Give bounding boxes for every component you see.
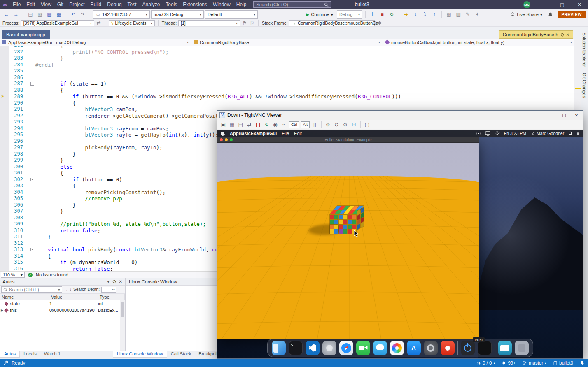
step-over-icon[interactable]: ⤵ [421, 10, 429, 19]
save-session-icon[interactable]: ▦ [228, 121, 236, 128]
new-connection-icon[interactable]: ▣ [219, 121, 227, 128]
configuration-combo[interactable]: macOS Debug ▾ [151, 10, 204, 19]
zoom-fit-icon[interactable]: ⊡ [350, 121, 358, 128]
open-file-icon[interactable]: ▧ [36, 10, 44, 19]
maximize-button[interactable]: ▢ [553, 0, 571, 9]
ctrl-key-button[interactable]: Ctrl [289, 121, 299, 128]
column-name[interactable]: Name [0, 294, 49, 300]
sidebar-tab-solution-explorer[interactable]: Solution Explorer [582, 33, 587, 67]
dock-icon-system-preferences[interactable] [424, 341, 438, 355]
send-key-icon[interactable]: ⌁ [280, 121, 288, 128]
git-branch-status[interactable]: master ▴ [523, 360, 546, 365]
debug-target-combo[interactable]: Debug ▾ [337, 10, 362, 19]
control-center-icon[interactable]: ≡ [577, 131, 579, 136]
connection-info-icon[interactable]: ◉ [271, 121, 279, 128]
live-share-button[interactable]: Live Share ▾ [510, 12, 542, 17]
breakpoint-margin[interactable] [0, 106, 9, 113]
search-down-icon[interactable]: ↓ [70, 287, 72, 292]
breakpoint-margin[interactable] [0, 253, 9, 260]
spinner-icons[interactable]: ▴▾ [112, 288, 115, 291]
column-type[interactable]: Type [98, 294, 125, 300]
vnc-title-bar[interactable]: V Down - TightVNC Viewer — ▢ ✕ [217, 111, 583, 120]
flag-outline-icon[interactable]: ⚐ [249, 19, 255, 27]
restart-icon[interactable]: ↻ [387, 10, 396, 19]
preview-badge[interactable]: PREVIEW [558, 11, 586, 18]
gear-icon[interactable]: ✱ [376, 19, 382, 27]
menu-git[interactable]: Git [54, 0, 66, 9]
refresh-icon[interactable]: ↻ [263, 121, 271, 128]
connection-options-icon[interactable]: ▤ [237, 121, 245, 128]
navigate-forward-icon[interactable]: → [12, 10, 20, 19]
breakpoint-margin[interactable] [0, 240, 9, 247]
stack-frame-combo[interactable]: → CommonRigidBodyBase::mouseButtonCa ▾ [289, 20, 375, 26]
breakpoint-margin[interactable] [0, 228, 9, 234]
breakpoint-margin[interactable] [0, 144, 9, 151]
breakpoint-margin[interactable] [0, 246, 9, 253]
menu-test[interactable]: Test [125, 0, 140, 9]
visual-studio-logo-icon[interactable]: ∞ [1, 2, 9, 8]
find-in-files-icon[interactable]: ▨ [445, 10, 453, 19]
file-transfer-icon[interactable]: ⇄ [245, 121, 253, 128]
bullet-example-window[interactable]: Bullet Standalone Example [217, 137, 479, 339]
pin-icon[interactable] [112, 280, 116, 284]
breakpoint-margin[interactable] [0, 202, 9, 209]
dock-icon-app-store[interactable] [407, 341, 421, 355]
process-combo[interactable]: [3978] AppBasicExampleGui ▾ [21, 20, 94, 26]
dock-icon-power-app[interactable] [461, 341, 475, 355]
issues-label[interactable]: No issues found [36, 272, 68, 277]
step-out-icon[interactable]: ↑ [430, 10, 439, 19]
search-forward-icon[interactable]: → [64, 287, 68, 292]
menu-analyze[interactable]: Analyze [140, 0, 163, 9]
breakpoint-margin[interactable] [0, 49, 9, 56]
clipboard-icon[interactable]: ▯ [311, 121, 319, 128]
vnc-maximize-button[interactable]: ▢ [558, 111, 570, 120]
continue-button[interactable]: ▶ Continue ▾ [303, 10, 336, 19]
apple-menu-icon[interactable] [221, 131, 225, 136]
autos-search-input[interactable]: Search (Ctrl+E) ▾ [1, 286, 62, 293]
menu-edit[interactable]: Edit [23, 0, 38, 9]
navigate-back-icon[interactable]: ← [2, 10, 11, 19]
close-button[interactable]: ✕ [571, 0, 588, 9]
pause-icon[interactable]: ❙❙ [254, 121, 262, 128]
dock-icon-trash[interactable] [515, 341, 529, 355]
break-all-icon[interactable]: ‖ [369, 10, 377, 19]
breakpoint-margin[interactable] [0, 183, 9, 189]
profile-combo[interactable]: Default ▾ [205, 10, 258, 19]
spotlight-icon[interactable] [568, 131, 573, 136]
breakpoint-margin[interactable] [0, 151, 9, 158]
watch-row[interactable]: state1int [0, 300, 125, 307]
show-next-statement-icon[interactable]: ➜ [402, 10, 410, 19]
repo-status[interactable]: bullet3 [553, 360, 573, 365]
tool-tab-call-stack[interactable]: Call Stack [167, 351, 195, 358]
tab-basicexample-cpp[interactable]: BasicExample.cpp [2, 30, 50, 39]
breadcrumb-project-dropdown[interactable]: AppBasicExampleGui - macOS Debug ▾ [0, 39, 191, 46]
bullet-title-bar[interactable]: Bullet Standalone Example [217, 137, 479, 143]
menu-bar-clock[interactable]: Fri 3:23 PM [504, 131, 526, 136]
screen-mirroring-icon[interactable] [476, 131, 481, 136]
window-position-icon[interactable]: ▾ [107, 279, 110, 284]
tool-tab-linux-console-window[interactable]: Linux Console Window [113, 351, 167, 358]
breakpoint-margin[interactable] [0, 170, 9, 177]
column-value[interactable]: Value [49, 294, 98, 300]
breadcrumb-method-dropdown[interactable]: mouseButtonCallback(int button, int stat… [383, 39, 574, 46]
breakpoint-margin[interactable] [0, 81, 9, 87]
alt-key-button[interactable]: Alt [301, 121, 310, 128]
breakpoint-margin[interactable] [0, 208, 9, 215]
breakpoint-margin[interactable] [0, 55, 9, 62]
dock-icon-photos[interactable] [390, 341, 404, 355]
menu-help[interactable]: Help [233, 0, 250, 9]
zoom-combo[interactable]: 110 % ▾ [1, 272, 25, 278]
sidebar-tab-git-changes[interactable]: Git Changes [582, 73, 587, 98]
extensions-icon[interactable]: ✦ [473, 10, 481, 19]
dock-icon-terminal[interactable] [289, 341, 303, 355]
menu-window[interactable]: Window [210, 0, 233, 9]
breakpoint-margin[interactable] [0, 157, 9, 164]
breakpoint-margin[interactable] [0, 113, 9, 119]
save-icon[interactable]: ▦ [45, 10, 54, 19]
close-panel-icon[interactable]: ✕ [119, 279, 122, 284]
quick-search-box[interactable]: Search (Ctrl+Q) [253, 1, 331, 8]
fullscreen-icon[interactable]: ▢ [363, 121, 371, 128]
dock-icon-files-app[interactable] [498, 341, 512, 355]
breakpoint-margin[interactable] [0, 125, 9, 132]
menu-debug[interactable]: Debug [104, 0, 124, 9]
